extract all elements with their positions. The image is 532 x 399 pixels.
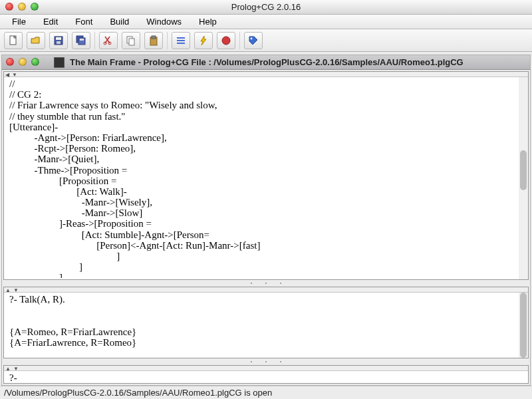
menu-help[interactable]: Help (191, 15, 225, 28)
doc-close-icon[interactable] (6, 58, 14, 66)
svg-rect-12 (152, 36, 156, 39)
copy-icon (126, 35, 136, 46)
tag-icon (248, 35, 259, 46)
status-text: /Volumes/PrologPlusCG-2.0.16/Samples/AAU… (4, 388, 272, 398)
panes: ◀▼ // // CG 2: // Friar Lawrence says to… (2, 70, 530, 385)
svg-rect-14 (177, 40, 185, 41)
editor-pane: ◀▼ // // CG 2: // Friar Lawrence says to… (3, 71, 529, 280)
save-button[interactable] (49, 32, 68, 49)
svg-rect-2 (56, 37, 61, 40)
stop-button[interactable] (217, 32, 235, 49)
app-window: Prolog+CG 2.0.16 File Edit Font Build Wi… (0, 0, 532, 399)
document-titlebar: The Main Frame - Prolog+CG File : /Volum… (2, 55, 530, 70)
console-pane: ▲▼ ?- Talk(A, R). {A=Romeo, R=FriarLawre… (3, 287, 529, 358)
outer-title: Prolog+CG 2.0.16 (0, 2, 532, 12)
open-button[interactable] (27, 32, 45, 49)
menu-font[interactable]: Font (67, 15, 100, 28)
console-scroll[interactable]: ?- Talk(A, R). {A=Romeo, R=FriarLawrence… (5, 293, 519, 356)
splitter-1[interactable] (2, 281, 530, 285)
save-all-button[interactable] (72, 32, 90, 49)
editor-scroll[interactable]: // // CG 2: // Friar Lawrence says to Ro… (5, 77, 519, 278)
close-icon[interactable] (5, 3, 13, 11)
stop-icon (221, 35, 231, 46)
open-folder-icon (31, 35, 41, 46)
document-title: The Main Frame - Prolog+CG File : /Volum… (70, 57, 464, 67)
new-file-button[interactable] (4, 32, 23, 49)
tag-button[interactable] (244, 32, 263, 49)
app-icon (54, 57, 65, 68)
menu-windows[interactable]: Windows (138, 15, 190, 28)
outer-titlebar: Prolog+CG 2.0.16 (0, 0, 532, 15)
doc-minimize-icon[interactable] (19, 58, 27, 66)
status-bar: /Volumes/PrologPlusCG-2.0.16/Samples/AAU… (0, 386, 532, 399)
list-icon (176, 35, 186, 46)
zoom-icon[interactable] (31, 3, 39, 11)
svg-rect-10 (129, 39, 134, 45)
prompt-scroll[interactable]: ?- (5, 371, 519, 382)
console-scrollbar[interactable] (519, 293, 528, 358)
minimize-icon[interactable] (18, 3, 26, 11)
doc-traffic-lights (6, 58, 39, 66)
window-traffic-lights (5, 3, 39, 11)
svg-point-16 (222, 37, 230, 45)
splitter-2[interactable] (2, 360, 530, 364)
console-text: ?- Talk(A, R). {A=Romeo, R=FriarLawrence… (5, 293, 519, 349)
save-icon (53, 35, 64, 46)
svg-rect-6 (80, 39, 84, 41)
list-button[interactable] (172, 32, 190, 49)
editor-scrollbar[interactable] (519, 77, 528, 279)
copy-button[interactable] (122, 32, 140, 49)
thunder-icon (198, 35, 209, 46)
save-all-icon (76, 35, 86, 46)
editor-text[interactable]: // // CG 2: // Friar Lawrence says to Ro… (5, 77, 519, 278)
paste-icon (148, 35, 159, 46)
new-file-icon (8, 35, 19, 46)
svg-rect-13 (177, 37, 185, 39)
run-button[interactable] (194, 32, 213, 49)
prompt-text[interactable]: ?- (5, 371, 519, 382)
svg-rect-3 (57, 41, 61, 44)
toolbar (0, 29, 532, 52)
menu-edit[interactable]: Edit (35, 15, 66, 28)
menu-file[interactable]: File (4, 15, 34, 28)
cut-button[interactable] (99, 32, 118, 49)
cut-icon (103, 35, 114, 46)
doc-zoom-icon[interactable] (31, 58, 39, 66)
svg-rect-15 (177, 43, 185, 44)
menu-bar: File Edit Font Build Windows Help (0, 15, 532, 29)
menu-build[interactable]: Build (102, 15, 137, 28)
paste-button[interactable] (144, 32, 163, 49)
prompt-pane: ▲▼ ?- (3, 365, 529, 384)
svg-point-17 (251, 37, 253, 39)
document-window: The Main Frame - Prolog+CG File : /Volum… (1, 55, 531, 386)
